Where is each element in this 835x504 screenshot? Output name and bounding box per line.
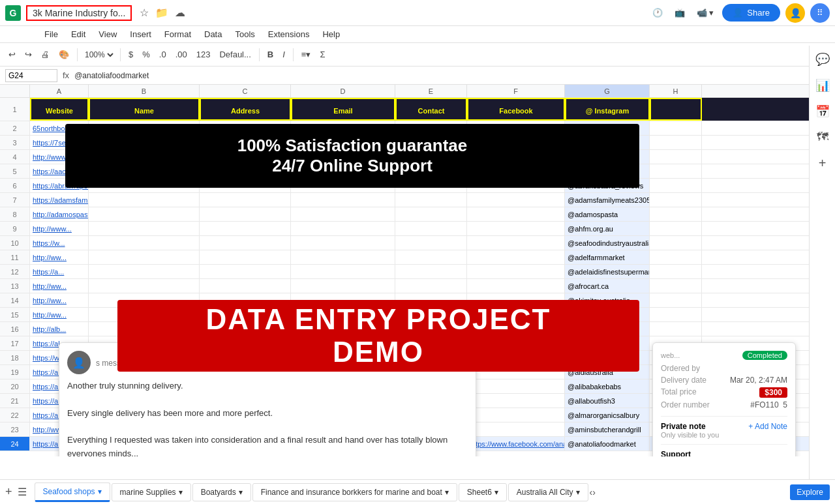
- tab-arrow-right[interactable]: ›: [592, 487, 596, 497]
- increase-decimals-button[interactable]: .00: [172, 48, 190, 61]
- tab-finance[interactable]: Finance and insurance borkkers for marin…: [252, 483, 457, 501]
- tab-marine-supplies[interactable]: marine Supplies ▾: [112, 483, 191, 501]
- cloud-icon[interactable]: ☁: [175, 7, 185, 19]
- col-header-f[interactable]: F: [467, 85, 565, 97]
- menu-edit[interactable]: Edit: [66, 27, 91, 41]
- add-note-button[interactable]: + Add Note: [748, 422, 787, 431]
- sidebar-chat-icon[interactable]: 💬: [815, 52, 830, 67]
- col-header-d[interactable]: D: [291, 85, 395, 97]
- table-row[interactable]: 8 http://adamospasta.com.au/ @adamospast…: [0, 207, 809, 222]
- sheet-menu-button[interactable]: ☰: [18, 486, 27, 498]
- menu-tools[interactable]: Tools: [230, 27, 260, 41]
- tab-seafood-dropdown-icon[interactable]: ▾: [98, 487, 102, 496]
- col-header-c[interactable]: C: [200, 85, 291, 97]
- menu-format[interactable]: Format: [159, 27, 196, 41]
- cell-website-16[interactable]: http://alb...: [30, 322, 89, 336]
- header-name: Name: [89, 98, 200, 121]
- col-header-g[interactable]: G: [565, 85, 650, 97]
- table-row[interactable]: 10 https://w... @seafoodindustryaustrali…: [0, 236, 809, 250]
- document-title[interactable]: 3k Marine Industry fo...: [26, 5, 132, 21]
- google-apps-icon[interactable]: ⠿: [810, 3, 830, 23]
- undo-button[interactable]: ↩: [5, 48, 19, 61]
- cell-website-10[interactable]: https://w...: [30, 236, 89, 250]
- format-123-button[interactable]: 123: [193, 48, 214, 61]
- cell-facebook-21[interactable]: [467, 394, 565, 408]
- percent-button[interactable]: %: [139, 48, 153, 61]
- italic-button[interactable]: I: [279, 48, 288, 61]
- table-row[interactable]: 13 http://ww... @afrocart.ca: [0, 279, 809, 293]
- cell-name-10: [89, 236, 200, 250]
- tab-finance-dropdown-icon[interactable]: ▾: [445, 488, 449, 497]
- menu-extensions[interactable]: Extensions: [263, 27, 315, 41]
- tab-boatyards-dropdown-icon[interactable]: ▾: [239, 488, 243, 497]
- paint-format-button[interactable]: 🎨: [55, 48, 72, 61]
- explore-button[interactable]: Explore: [790, 484, 830, 500]
- cell-facebook-11[interactable]: [467, 250, 565, 264]
- share-button[interactable]: 👤 Share: [722, 4, 780, 22]
- star-icon[interactable]: ☆: [140, 7, 149, 19]
- cell-facebook-20[interactable]: [467, 379, 565, 393]
- tab-boatyards[interactable]: Boatyards ▾: [192, 483, 251, 501]
- table-row[interactable]: 7 https://adamsfamilymeats.co... @adamsf…: [0, 193, 809, 207]
- table-row[interactable]: 9 http://www... @ahfm.org.au: [0, 222, 809, 236]
- present-button[interactable]: 📺: [671, 6, 688, 20]
- cell-facebook-9[interactable]: [467, 222, 565, 235]
- cell-contact-10: [395, 236, 467, 250]
- font-button[interactable]: Defaul...: [216, 48, 254, 61]
- meet-button[interactable]: 📹 ▾: [693, 6, 718, 20]
- cell-website-11[interactable]: http://ww...: [30, 250, 89, 264]
- decrease-decimals-button[interactable]: .0: [156, 48, 170, 61]
- cell-website-7[interactable]: https://adamsfamilymeats.co...: [30, 193, 89, 207]
- filter-button[interactable]: ≡▾: [298, 48, 314, 61]
- zoom-select[interactable]: 100%: [82, 50, 115, 60]
- col-header-b[interactable]: B: [89, 85, 200, 97]
- folder-icon[interactable]: 📁: [155, 7, 168, 19]
- tab-australia-all-city[interactable]: Australia All City ▾: [508, 483, 588, 501]
- cell-facebook-7[interactable]: [467, 193, 565, 207]
- cell-facebook-23[interactable]: [467, 422, 565, 436]
- menu-help[interactable]: Help: [317, 27, 345, 41]
- menu-file[interactable]: File: [39, 27, 63, 41]
- user-avatar[interactable]: 👤: [785, 3, 805, 23]
- tab-sheet6-dropdown-icon[interactable]: ▾: [494, 488, 498, 497]
- redo-button[interactable]: ↪: [22, 48, 35, 61]
- add-sheet-button[interactable]: +: [5, 485, 12, 499]
- cell-facebook-10[interactable]: [467, 236, 565, 250]
- cell-website-9[interactable]: http://www...: [30, 222, 89, 235]
- tab-australia-dropdown-icon[interactable]: ▾: [576, 488, 580, 497]
- cell-website-15[interactable]: http://ww...: [30, 308, 89, 321]
- sum-button[interactable]: Σ: [316, 48, 328, 61]
- banner-line1: 100% Satisfaction guarantae: [78, 136, 626, 156]
- col-header-a[interactable]: A: [30, 85, 89, 97]
- sidebar-plus-icon[interactable]: +: [819, 156, 827, 171]
- cell-website-12[interactable]: https://a...: [30, 265, 89, 278]
- sidebar-sheets-icon[interactable]: 📊: [815, 78, 830, 93]
- cell-facebook-12[interactable]: [467, 265, 565, 278]
- tab-marine-dropdown-icon[interactable]: ▾: [179, 488, 183, 497]
- cell-reference-input[interactable]: [5, 69, 57, 82]
- cell-website-8[interactable]: http://adamospasta.com.au/: [30, 207, 89, 221]
- cell-facebook-22[interactable]: [467, 408, 565, 422]
- print-button[interactable]: 🖨: [38, 48, 53, 61]
- formula-content[interactable]: @anatoliafoodmarket: [74, 71, 830, 80]
- col-header-e[interactable]: E: [395, 85, 467, 97]
- history-button[interactable]: 🕐: [649, 6, 666, 20]
- currency-button[interactable]: $: [125, 48, 136, 61]
- tab-seafood-shops[interactable]: Seafood shops ▾: [35, 482, 110, 502]
- cell-facebook-8[interactable]: [467, 207, 565, 221]
- bold-button[interactable]: B: [264, 48, 277, 61]
- col-header-h[interactable]: H: [650, 85, 702, 97]
- cell-facebook-24[interactable]: https://www.facebook.com/anatoliamarl: [467, 437, 565, 451]
- sidebar-maps-icon[interactable]: 🗺: [817, 130, 828, 144]
- cell-website-14[interactable]: http://ww...: [30, 293, 89, 307]
- cell-facebook-13[interactable]: [467, 279, 565, 293]
- bottom-tabs: + ☰ Seafood shops ▾ marine Supplies ▾ Bo…: [0, 479, 835, 504]
- menu-view[interactable]: View: [93, 27, 122, 41]
- menu-data[interactable]: Data: [199, 27, 227, 41]
- table-row[interactable]: 12 https://a... @adelaidisfinestsupermar…: [0, 265, 809, 279]
- sidebar-calendar-icon[interactable]: 📅: [815, 104, 830, 119]
- cell-website-13[interactable]: http://ww...: [30, 279, 89, 293]
- menu-insert[interactable]: Insert: [125, 27, 157, 41]
- table-row[interactable]: 11 http://ww... @adelfarmmarket: [0, 250, 809, 265]
- tab-sheet6[interactable]: Sheet6 ▾: [459, 483, 507, 501]
